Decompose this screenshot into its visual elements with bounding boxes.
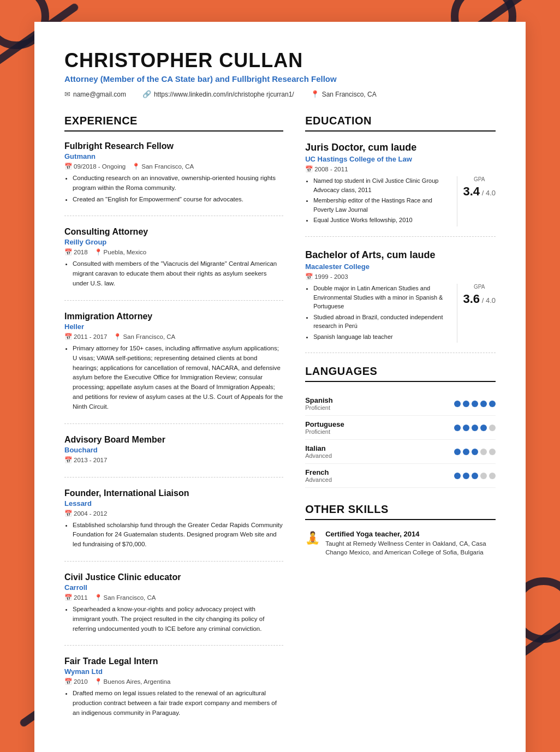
pin-icon: 📍 (114, 333, 121, 341)
edu-degree-1: Bachelor of Arts, cum laude (305, 249, 496, 261)
dot (489, 401, 496, 407)
lang-item-1: Portuguese Proficient (305, 416, 496, 440)
experience-column: EXPERIENCE Fulbright Research Fellow Gut… (64, 115, 283, 741)
exp-meta-0: 📅 09/2018 - Ongoing 📍 San Francisco, CA (64, 163, 283, 170)
email-icon: ✉ (64, 90, 70, 98)
lang-item-2: Italian Advanced (305, 440, 496, 464)
exp-meta-6: 📅 2010 📍 Buenos Aires, Argentina (64, 678, 283, 685)
calendar-icon: 📅 (64, 678, 72, 685)
lang-item-3: French Advanced (305, 464, 496, 488)
contact-email: ✉ name@gmail.com (64, 90, 126, 98)
dot (454, 401, 461, 407)
experience-section-header: EXPERIENCE (64, 115, 283, 132)
exp-entry-4: Founder, International Liaison Lessard 📅… (64, 488, 283, 562)
calendar-icon: 📅 (305, 273, 313, 280)
header: CHRISTOPHER CULLAN Attorney (Member of t… (64, 49, 496, 98)
calendar-icon: 📅 (64, 510, 72, 517)
exp-entry-3: Advisory Board Member Bouchard 📅 2013 - … (64, 435, 283, 478)
exp-date-0: 📅 09/2018 - Ongoing (64, 163, 126, 170)
candidate-title: Attorney (Member of the CA State bar) an… (64, 74, 496, 83)
exp-bullets-6: Drafted memo on legal issues related to … (64, 689, 283, 718)
exp-date-4: 📅 2004 - 2012 (64, 510, 107, 517)
pin-icon: 📍 (132, 163, 140, 170)
skills-section-header: OTHER SKILLS (305, 503, 496, 520)
education-section-header: EDUCATION (305, 115, 496, 132)
calendar-icon: 📅 (64, 163, 72, 170)
candidate-name: CHRISTOPHER CULLAN (64, 49, 496, 72)
exp-company-6: Wyman Ltd (64, 667, 283, 676)
exp-entry-2: Immigration Attorney Heller 📅 2011 - 201… (64, 312, 283, 424)
exp-entry-1: Consulting Attorney Reilly Group 📅 2018 … (64, 227, 283, 300)
skill-item-0: 🧘 Certified Yoga teacher, 2014 Taught at… (305, 530, 496, 557)
edu-meta-1: 📅 1999 - 2003 (305, 273, 496, 280)
exp-entry-0: Fulbright Research Fellow Gutmann 📅 09/2… (64, 141, 283, 216)
right-column: EDUCATION Juris Doctor, cum laude UC Has… (305, 115, 496, 741)
dot (472, 401, 478, 407)
exp-loc-5: 📍 San Francisco, CA (94, 594, 156, 601)
yoga-icon: 🧘 (305, 531, 320, 545)
exp-bullets-0: Conducting research on an innovative, ow… (64, 174, 283, 204)
languages-section-header: LANGUAGES (305, 365, 496, 382)
exp-title-2: Immigration Attorney (64, 312, 283, 321)
exp-meta-1: 📅 2018 📍 Puebla, Mexico (64, 248, 283, 256)
dot (463, 425, 469, 431)
exp-company-2: Heller (64, 323, 283, 331)
edu-school-1: Macalester College (305, 262, 496, 271)
exp-loc-6: 📍 Buenos Aires, Argentina (94, 678, 171, 685)
dot-empty (480, 473, 487, 479)
exp-company-3: Bouchard (64, 446, 283, 454)
dot (480, 401, 487, 407)
edu-content-0: Named top student in Civil Justice Clini… (305, 176, 496, 226)
gpa-value-0: 3.4 (463, 184, 480, 198)
exp-date-6: 📅 2010 (64, 678, 88, 685)
exp-entry-6: Fair Trade Legal Intern Wyman Ltd 📅 2010… (64, 656, 283, 729)
exp-bullets-2: Primary attorney for 150+ cases, includi… (64, 344, 283, 412)
exp-company-4: Lessard (64, 499, 283, 508)
dot (463, 449, 469, 455)
calendar-icon: 📅 (64, 594, 72, 601)
lang-dots-1 (454, 425, 496, 431)
exp-bullets-1: Consulted with members of the "Viacrucis… (64, 259, 283, 288)
exp-company-5: Carroll (64, 583, 283, 592)
location-icon: 📍 (311, 90, 319, 98)
calendar-icon: 📅 (64, 248, 72, 256)
exp-title-6: Fair Trade Legal Intern (64, 656, 283, 666)
exp-title-1: Consulting Attorney (64, 227, 283, 237)
calendar-icon: 📅 (64, 333, 72, 341)
exp-company-1: Reilly Group (64, 238, 283, 246)
edu-entry-1: Bachelor of Arts, cum laude Macalester C… (305, 249, 496, 353)
exp-company-0: Gutmann (64, 152, 283, 160)
exp-title-4: Founder, International Liaison (64, 488, 283, 498)
exp-date-2: 📅 2011 - 2017 (64, 333, 107, 341)
edu-degree-0: Juris Doctor, cum laude (305, 141, 496, 154)
dot (454, 425, 461, 431)
dot (463, 401, 469, 407)
dot (480, 425, 487, 431)
pin-icon: 📍 (94, 594, 102, 601)
edu-gpa-0: GPA 3.4 / 4.0 (457, 176, 496, 226)
gpa-value-1: 3.6 (463, 292, 480, 306)
contact-location: 📍 San Francisco, CA (311, 90, 377, 98)
edu-entry-0: Juris Doctor, cum laude UC Hastings Coll… (305, 141, 496, 237)
pin-icon: 📍 (94, 678, 102, 685)
edu-date-1: 📅 1999 - 2003 (305, 273, 348, 280)
dot-empty (489, 425, 496, 431)
exp-date-3: 📅 2013 - 2017 (64, 456, 107, 464)
edu-meta-0: 📅 2008 - 2011 (305, 165, 496, 173)
exp-title-5: Civil Justice Clinic educator (64, 572, 283, 582)
edu-school-0: UC Hastings College of the Law (305, 155, 496, 163)
edu-date-0: 📅 2008 - 2011 (305, 165, 348, 173)
edu-bullets-1: Double major in Latin American Studies a… (305, 284, 451, 343)
dot (454, 449, 461, 455)
calendar-icon: 📅 (64, 456, 72, 464)
linkedin-icon: 🔗 (142, 90, 151, 98)
exp-loc-1: 📍 Puebla, Mexico (94, 248, 147, 256)
exp-loc-2: 📍 San Francisco, CA (114, 333, 175, 341)
dot (472, 473, 478, 479)
exp-entry-5: Civil Justice Clinic educator Carroll 📅 … (64, 572, 283, 646)
dot-empty (489, 473, 496, 479)
edu-content-1: Double major in Latin American Studies a… (305, 284, 496, 343)
pin-icon: 📍 (94, 248, 102, 256)
exp-meta-2: 📅 2011 - 2017 📍 San Francisco, CA (64, 333, 283, 341)
exp-meta-3: 📅 2013 - 2017 (64, 456, 283, 464)
